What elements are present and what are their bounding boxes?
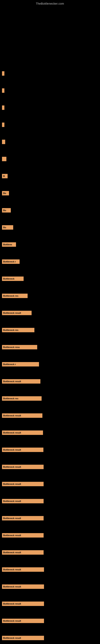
bar-label bbox=[2, 122, 4, 127]
bar-row: Bottleneck result bbox=[2, 550, 98, 555]
bar-row bbox=[2, 105, 98, 110]
bar-spacer bbox=[2, 368, 98, 378]
bar-spacer bbox=[2, 145, 98, 156]
bar-row: Bottleneck result bbox=[2, 601, 98, 606]
bars-section: BBoBoBoBottleneBottleneck rBottleneckBot… bbox=[0, 6, 100, 644]
bar-spacer bbox=[2, 111, 98, 122]
bar-label: Bottleneck result bbox=[2, 533, 44, 538]
site-title: TheBottlenecker.com bbox=[0, 0, 100, 6]
bar-spacer bbox=[2, 282, 98, 293]
bar-row: Bottleneck resu bbox=[2, 344, 98, 350]
bar-label: Bottleneck result bbox=[2, 584, 44, 589]
bar-label: B bbox=[2, 174, 8, 178]
bar-row: Bottleneck result bbox=[2, 413, 98, 418]
bar-label: Bottleneck result bbox=[2, 499, 44, 503]
bar-spacer bbox=[2, 248, 98, 259]
bar-row: Bottleneck result bbox=[2, 498, 98, 504]
chart-spacer bbox=[2, 10, 98, 71]
bar-label bbox=[2, 71, 4, 76]
bar-row: Bottleneck r bbox=[2, 362, 98, 367]
bar-label: Bo bbox=[2, 225, 13, 230]
bar-spacer bbox=[2, 504, 98, 516]
bar-row: Bottleneck result bbox=[2, 567, 98, 572]
bar-label: Bottleneck result bbox=[2, 636, 44, 640]
bar-row: Bottleneck result bbox=[2, 635, 98, 641]
bar-row: Bo bbox=[2, 208, 98, 213]
bar-row: Bottleneck r bbox=[2, 259, 98, 264]
bar-row: Bottleneck result bbox=[2, 464, 98, 470]
bar-spacer bbox=[2, 624, 98, 635]
bar-label: Bottleneck result bbox=[2, 430, 43, 435]
bar-spacer bbox=[2, 350, 98, 362]
bar-row bbox=[2, 71, 98, 76]
bar-label bbox=[2, 140, 5, 144]
bar-spacer bbox=[2, 128, 98, 139]
bar-label: Bottleneck res bbox=[2, 396, 42, 401]
bar-label: Bottleneck result bbox=[2, 550, 44, 555]
bar-spacer bbox=[2, 214, 98, 224]
bar-spacer bbox=[2, 607, 98, 618]
bar-row: Bottleneck result bbox=[2, 516, 98, 521]
bar-spacer bbox=[2, 641, 98, 644]
bar-label: Bo bbox=[2, 208, 11, 212]
bar-label: Bottleneck bbox=[2, 276, 24, 281]
bar-row: Bottleneck result bbox=[2, 618, 98, 624]
bar-label bbox=[2, 88, 4, 93]
bar-row bbox=[2, 122, 98, 128]
site-title-container: TheBottlenecker.com bbox=[0, 0, 100, 6]
bar-label: Bottleneck result bbox=[2, 448, 43, 452]
bar-spacer bbox=[2, 470, 98, 481]
bar-row: Bottleneck bbox=[2, 276, 98, 282]
bar-row: Bottleneck res bbox=[2, 293, 98, 299]
bar-row: Bottleneck res bbox=[2, 396, 98, 401]
bar-label: Bottleneck result bbox=[2, 602, 44, 606]
bar-spacer bbox=[2, 316, 98, 327]
bar-row: Bottleneck res bbox=[2, 327, 98, 333]
bar-spacer bbox=[2, 419, 98, 430]
bar-spacer bbox=[2, 487, 98, 498]
bar-spacer bbox=[2, 231, 98, 242]
bar-label: Bottleneck result bbox=[2, 465, 44, 469]
bar-label bbox=[2, 106, 4, 110]
bar-spacer bbox=[2, 522, 98, 532]
bar-label: Bottleneck result bbox=[2, 482, 44, 486]
bar-label: Bottleneck r bbox=[2, 362, 39, 366]
bar-row: Bottleneck result bbox=[2, 584, 98, 590]
bar-row: Bo bbox=[2, 190, 98, 196]
bar-label: Bottleneck result bbox=[2, 311, 32, 315]
bar-label: Bottleneck result bbox=[2, 413, 42, 418]
bar-label: Bottlene bbox=[2, 242, 16, 247]
bar-row bbox=[2, 156, 98, 162]
bar-spacer bbox=[2, 556, 98, 567]
bar-spacer bbox=[2, 196, 98, 208]
bar-label: Bottleneck result bbox=[2, 379, 40, 384]
bar-row: Bo bbox=[2, 224, 98, 230]
bar-spacer bbox=[2, 333, 98, 344]
bar-spacer bbox=[2, 384, 98, 396]
bar-label: Bottleneck r bbox=[2, 260, 20, 264]
bar-label bbox=[2, 157, 6, 161]
bar-spacer bbox=[2, 453, 98, 464]
bar-spacer bbox=[2, 179, 98, 190]
bar-row: B bbox=[2, 173, 98, 179]
bar-label: Bottleneck resu bbox=[2, 345, 37, 349]
bar-label: Bottleneck res bbox=[2, 294, 28, 298]
bar-row: Bottleneck result bbox=[2, 310, 98, 316]
bar-row: Bottleneck result bbox=[2, 430, 98, 436]
bar-row: Bottleneck result bbox=[2, 481, 98, 487]
bar-label: Bottleneck result bbox=[2, 619, 44, 623]
bar-spacer bbox=[2, 590, 98, 601]
bar-spacer bbox=[2, 538, 98, 550]
bar-row: Bottleneck result bbox=[2, 532, 98, 538]
bar-label: Bo bbox=[2, 191, 9, 196]
bar-spacer bbox=[2, 436, 98, 447]
bar-spacer bbox=[2, 402, 98, 413]
bar-row bbox=[2, 139, 98, 145]
bar-label: Bottleneck result bbox=[2, 516, 44, 520]
bar-label: Bottleneck res bbox=[2, 328, 34, 332]
bar-spacer bbox=[2, 265, 98, 276]
bar-row: Bottleneck result bbox=[2, 447, 98, 452]
bar-row bbox=[2, 88, 98, 94]
bar-spacer bbox=[2, 299, 98, 310]
bar-spacer bbox=[2, 162, 98, 173]
